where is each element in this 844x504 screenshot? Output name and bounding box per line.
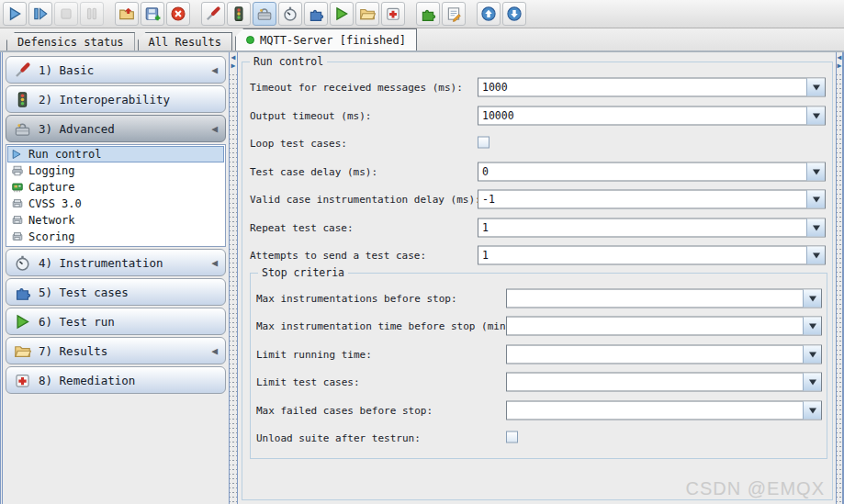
stop-icon — [58, 6, 74, 22]
combo-timeout-for-received-messages-ms: 1000 — [478, 78, 826, 97]
remediation-icon — [385, 6, 401, 22]
combo-value-input[interactable] — [507, 345, 803, 363]
down-circle-icon — [506, 6, 523, 22]
combo-value-input[interactable] — [507, 318, 803, 335]
sidebar-section-test-cases[interactable]: 5) Test cases — [6, 278, 226, 306]
gauge-button[interactable] — [278, 2, 302, 26]
up-circle-button[interactable] — [477, 2, 501, 26]
advanced-settings-list: Run controlLoggingCaptureCVSS 3.0Network… — [6, 144, 226, 247]
save-button[interactable] — [141, 2, 164, 26]
combo-value-input[interactable]: 1000 — [478, 79, 806, 96]
remediation-button[interactable] — [381, 2, 405, 26]
sidebar-item-logging[interactable]: Logging — [7, 162, 224, 179]
folder-button[interactable] — [355, 2, 379, 26]
run-button[interactable] — [3, 2, 27, 26]
status-dot-icon — [246, 36, 254, 44]
checkbox-unload-suite-after-testrun[interactable] — [506, 431, 518, 443]
section-label: 8) Remediation — [39, 374, 135, 387]
dropdown-arrow-button[interactable] — [803, 345, 821, 363]
open-suite-button[interactable] — [115, 2, 139, 26]
sidebar-section-interoperability[interactable]: 2) Interoperability — [6, 85, 226, 113]
dropdown-arrow-button[interactable] — [803, 374, 821, 391]
edit-document-button[interactable] — [442, 2, 466, 26]
dropdown-arrow-button[interactable] — [806, 191, 825, 208]
combo-limit-running-time — [506, 344, 822, 364]
sidebar-splitter[interactable]: ◀ ▶ — [230, 52, 238, 504]
watermark: CSDN @EMQX — [686, 478, 825, 499]
stop-button[interactable] — [54, 2, 78, 26]
sidebar-section-advanced[interactable]: 3) Advanced◀ — [6, 115, 226, 142]
dropdown-arrow-button[interactable] — [803, 318, 821, 335]
dropdown-arrow-button[interactable] — [806, 79, 825, 96]
collapse-left-icon[interactable]: ◀ — [231, 54, 236, 62]
screwdriver-button[interactable] — [201, 2, 225, 26]
dropdown-arrow-button[interactable] — [806, 106, 825, 124]
expand-right-icon[interactable]: ▶ — [838, 62, 842, 70]
run-step-button[interactable] — [28, 2, 52, 26]
combo-value-input[interactable]: 1 — [478, 218, 806, 236]
chevron-down-icon — [809, 380, 816, 389]
combo-test-case-delay-ms: 0 — [478, 162, 826, 181]
down-circle-button[interactable] — [502, 2, 526, 26]
combo-value-input[interactable]: 10000 — [478, 106, 806, 124]
puzzle-blue-button[interactable] — [304, 2, 328, 26]
field-label: Loop test cases: — [250, 138, 347, 150]
combo-limit-test-cases — [506, 373, 822, 392]
abort-button[interactable] — [166, 2, 190, 26]
combo-value-input[interactable] — [507, 374, 803, 391]
field-label: Limit running time: — [256, 348, 372, 360]
field-label: Repeat test case: — [250, 221, 354, 233]
tab-all-results[interactable]: All Results — [138, 32, 232, 50]
sidebar-item-capture[interactable]: Capture — [7, 179, 224, 196]
edit-document-icon — [445, 6, 462, 22]
form-row: Max instrumentation time before stop (mi… — [256, 312, 824, 341]
combo-value-input[interactable]: 1 — [478, 247, 806, 264]
sidebar-section-test-run[interactable]: 6) Test run — [6, 308, 226, 335]
run-control-panel: Run control Timeout for received message… — [238, 52, 836, 504]
section-label: 1) Basic — [39, 63, 94, 77]
dropdown-arrow-button[interactable] — [806, 218, 825, 236]
sidebar-item-network[interactable]: Network — [7, 212, 224, 229]
sidebar-section-results[interactable]: 7) Results◀ — [6, 337, 226, 364]
sidebar-section-basic[interactable]: 1) Basic◀ — [6, 56, 226, 84]
pause-button[interactable] — [80, 2, 104, 26]
chevron-down-icon — [813, 253, 820, 263]
dropdown-arrow-button[interactable] — [803, 289, 821, 307]
toolbox-button[interactable] — [253, 2, 276, 26]
field-label: Timeout for received messages (ms): — [250, 82, 463, 94]
dropdown-arrow-button[interactable] — [806, 162, 825, 180]
tab-mqtt-server-finished[interactable]: MQTT-Server [finished] — [235, 28, 417, 50]
collapse-chevron-icon: ◀ — [211, 258, 218, 268]
combo-value-input[interactable]: -1 — [478, 191, 806, 208]
test-run-icon — [14, 313, 31, 330]
sidebar-section-remediation[interactable]: 8) Remediation — [6, 366, 226, 394]
right-splitter[interactable]: ◀ ▶ — [836, 52, 844, 504]
field-label: Max failed cases before stop: — [256, 404, 433, 416]
sidebar-section-instrumentation[interactable]: 4) Instrumentation◀ — [6, 249, 226, 276]
stop-criteria-group-title: Stop criteria — [258, 266, 348, 279]
field-label: Output timeout (ms): — [250, 109, 371, 121]
checkbox-loop-test-cases[interactable] — [478, 137, 490, 149]
combo-value-input[interactable]: 0 — [478, 162, 806, 180]
content-area: 1) Basic◀2) Interoperability3) Advanced◀… — [0, 52, 844, 504]
tab-defensics-status[interactable]: Defensics status — [6, 32, 135, 50]
test-run-button[interactable] — [330, 2, 354, 26]
combo-value-input[interactable] — [507, 289, 803, 307]
sidebar-item-run-control[interactable]: Run control — [7, 146, 224, 162]
open-suite-icon — [118, 6, 135, 22]
puzzle-green-button[interactable] — [416, 2, 440, 26]
combo-value-input[interactable] — [507, 401, 803, 419]
chevron-down-icon — [809, 324, 816, 333]
section-label: 7) Results — [39, 344, 107, 358]
run-item-icon — [11, 148, 24, 161]
combo-repeat-test-case: 1 — [478, 218, 826, 237]
traffic-light-button[interactable] — [227, 2, 251, 26]
sidebar-item-cvss-3-0[interactable]: CVSS 3.0 — [7, 196, 224, 212]
sidebar-item-scoring[interactable]: Scoring — [7, 229, 224, 245]
form-row: Max failed cases before stop: — [256, 397, 824, 425]
collapse-left-icon[interactable]: ◀ — [838, 54, 842, 62]
dropdown-arrow-button[interactable] — [803, 401, 821, 419]
dropdown-arrow-button[interactable] — [806, 247, 825, 264]
expand-right-icon[interactable]: ▶ — [231, 62, 236, 70]
form-row: Unload suite after testrun: — [256, 424, 824, 453]
